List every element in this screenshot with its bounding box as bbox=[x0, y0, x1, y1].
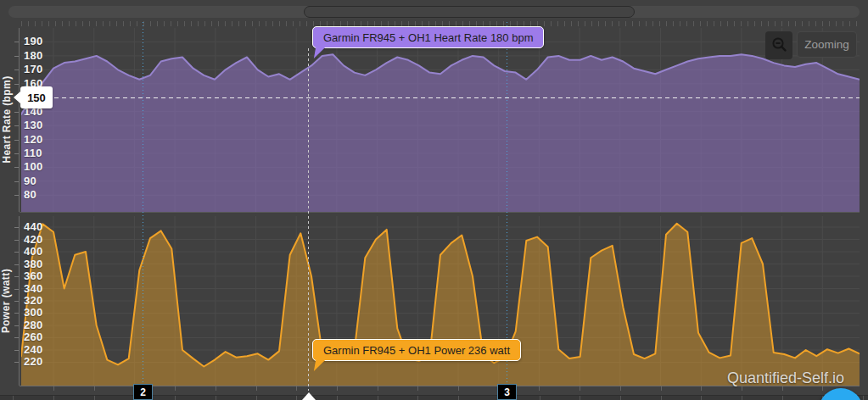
y-axis-tick-label: 130 bbox=[24, 119, 43, 131]
heart-rate-tooltip-arrow bbox=[314, 47, 325, 58]
heart-rate-x-axis-line bbox=[20, 212, 860, 213]
y-axis-tick-label: 340 bbox=[24, 282, 43, 295]
y-axis-tick-label: 100 bbox=[24, 160, 43, 173]
heart-rate-plot bbox=[21, 28, 860, 212]
x-axis-tick-mark bbox=[620, 386, 621, 391]
bottom-band-tick bbox=[378, 396, 378, 400]
heart-rate-axis-title: Heart Rate (bpm) bbox=[1, 64, 13, 175]
heart-rate-tooltip: Garmin FR945 + OH1 Heart Rate 180 bpm bbox=[312, 26, 544, 48]
power-y-axis-line bbox=[19, 216, 20, 386]
x-axis-tick-mark bbox=[458, 386, 459, 391]
bottom-band-tick bbox=[661, 396, 662, 400]
power-tooltip-text: Garmin FR945 + OH1 Power 236 watt bbox=[323, 344, 510, 357]
y-axis-tick-label: 180 bbox=[24, 49, 43, 62]
y-axis-tick-label: 300 bbox=[24, 306, 43, 319]
x-axis-tick-mark bbox=[175, 386, 176, 391]
y-axis-tick-label: 420 bbox=[24, 233, 43, 246]
zooming-button[interactable]: Zooming bbox=[797, 31, 857, 58]
y-axis-tick-label: 440 bbox=[24, 220, 43, 233]
x-axis-label-2: 2 bbox=[133, 384, 153, 400]
bottom-band-tick bbox=[337, 396, 338, 400]
km-plotline-2 bbox=[143, 22, 143, 386]
y-axis-tick-label: 190 bbox=[24, 35, 43, 47]
magnifier-minus-icon bbox=[771, 36, 787, 55]
x-axis-tick-mark bbox=[53, 386, 54, 391]
x-axis-tick-mark bbox=[701, 386, 702, 391]
bottom-band-tick bbox=[701, 396, 702, 400]
bottom-band-tick bbox=[458, 396, 459, 400]
y-axis-tick-label: 260 bbox=[24, 331, 43, 343]
x-axis-tick-mark bbox=[378, 386, 378, 391]
y-axis-tick-label: 320 bbox=[24, 294, 43, 307]
bottom-band-tick bbox=[540, 396, 540, 400]
x-axis-tick-mark bbox=[417, 386, 418, 391]
crosshair-vertical-line bbox=[308, 48, 309, 391]
bottom-band-tick bbox=[94, 396, 95, 400]
y-axis-tick-label: 400 bbox=[24, 245, 43, 258]
bottom-band-tick bbox=[782, 396, 783, 400]
y-axis-tick-label: 80 bbox=[24, 188, 36, 201]
bottom-band-tick bbox=[417, 396, 418, 400]
km-plotline-3 bbox=[507, 22, 507, 386]
x-axis-tick-mark bbox=[94, 386, 95, 391]
y-axis-tick-label: 120 bbox=[24, 133, 43, 146]
bottom-band-tick bbox=[13, 396, 14, 400]
bottom-tick-band bbox=[0, 395, 868, 400]
bottom-band-tick bbox=[256, 396, 257, 400]
y-axis-tick-label: 380 bbox=[24, 258, 43, 270]
activity-analysis-screen: 8090100110120130140150160170180190 Heart… bbox=[0, 0, 868, 400]
y-axis-tick-label: 110 bbox=[24, 147, 42, 159]
bottom-band-tick bbox=[620, 396, 621, 400]
heart-rate-y-axis-line bbox=[19, 28, 20, 212]
x-axis-tick-mark bbox=[216, 386, 216, 391]
x-axis-tick-mark bbox=[661, 386, 662, 391]
watermark: Quantified-Self.io bbox=[727, 369, 844, 387]
heart-rate-tooltip-text: Garmin FR945 + OH1 Heart Rate 180 bpm bbox=[323, 31, 533, 44]
bottom-band-tick bbox=[863, 396, 864, 400]
x-axis-label-3: 3 bbox=[497, 384, 517, 400]
y-axis-tick-label: 90 bbox=[24, 175, 36, 187]
x-axis-tick-mark bbox=[337, 386, 338, 391]
bottom-band-tick bbox=[296, 396, 297, 400]
y-axis-tick-label: 280 bbox=[24, 319, 43, 331]
bottom-band-tick bbox=[53, 396, 54, 400]
y-axis-tick-label: 170 bbox=[24, 63, 43, 75]
bottom-band-tick bbox=[216, 396, 216, 400]
crosshair-horizontal-line bbox=[54, 97, 860, 98]
heart-rate-chart[interactable]: 8090100110120130140150160170180190 bbox=[21, 28, 860, 212]
power-tooltip: Garmin FR945 + OH1 Power 236 watt bbox=[312, 339, 521, 361]
y-axis-crosshair-label: 150 bbox=[20, 86, 53, 108]
zoom-out-button[interactable] bbox=[765, 31, 792, 59]
bottom-band-tick bbox=[580, 396, 580, 400]
x-axis-tick-mark bbox=[256, 386, 257, 391]
bottom-band-tick bbox=[175, 396, 176, 400]
x-axis-tick-mark bbox=[296, 386, 297, 391]
y-axis-tick-label: 220 bbox=[24, 355, 43, 368]
bottom-band-tick bbox=[742, 396, 742, 400]
navigator-thumb[interactable] bbox=[304, 6, 635, 18]
y-axis-tick-label: 360 bbox=[24, 269, 43, 282]
crosshair-x-marker bbox=[302, 392, 316, 400]
power-tooltip-arrow bbox=[314, 360, 325, 371]
y-axis-tick-label: 240 bbox=[24, 343, 43, 356]
power-axis-title: Power (watt) bbox=[0, 258, 12, 343]
x-axis-tick-mark bbox=[580, 386, 580, 391]
hr-series-area bbox=[21, 54, 860, 212]
x-axis-tick-mark bbox=[539, 386, 540, 391]
